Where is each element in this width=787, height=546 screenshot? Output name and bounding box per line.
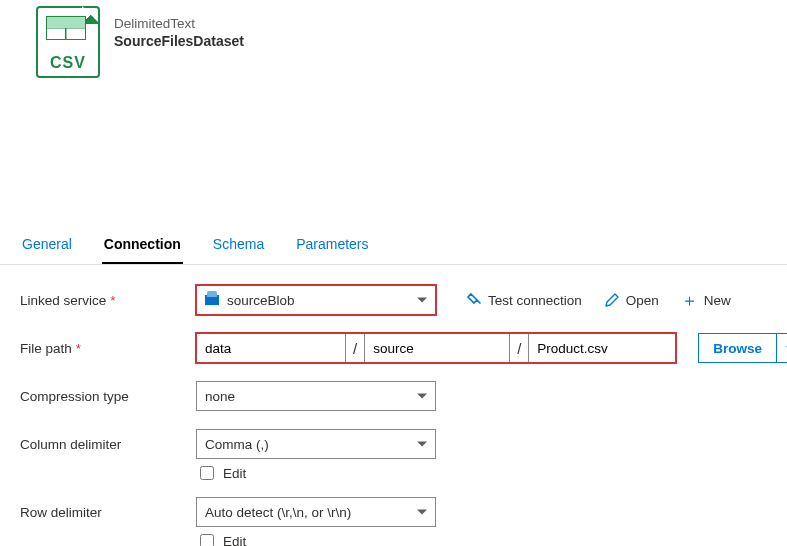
csv-badge-text: CSV (38, 54, 98, 72)
csv-file-icon: CSV (36, 6, 100, 78)
file-path-container-input[interactable] (196, 333, 346, 363)
compression-type-label: Compression type (20, 389, 196, 404)
edit-label: Edit (223, 466, 246, 481)
chevron-down-icon (417, 298, 427, 303)
column-delimiter-label: Column delimiter (20, 437, 196, 452)
pencil-icon (604, 292, 620, 308)
file-path-file-input[interactable] (528, 333, 676, 363)
plus-icon: ＋ (681, 292, 698, 309)
row-delimiter-label: Row delimiter (20, 505, 196, 520)
row-delimiter-edit-checkbox[interactable] (200, 534, 214, 546)
compression-type-value: none (205, 389, 235, 404)
file-path-directory-input[interactable] (364, 333, 510, 363)
tab-parameters[interactable]: Parameters (294, 228, 370, 264)
edit-label: Edit (223, 534, 246, 547)
compression-type-select[interactable]: none (196, 381, 436, 411)
linked-service-select[interactable]: sourceBlob (196, 285, 436, 315)
connection-form: Linked service* sourceBlob Test connecti… (0, 265, 787, 546)
path-separator: / (510, 340, 528, 357)
path-separator: / (346, 340, 364, 357)
dataset-name: SourceFilesDataset (114, 33, 244, 49)
dataset-type-label: DelimitedText (114, 16, 244, 31)
linked-service-value: sourceBlob (227, 293, 295, 308)
blob-storage-icon (205, 295, 219, 305)
tab-bar: General Connection Schema Parameters (0, 228, 787, 265)
tab-connection[interactable]: Connection (102, 228, 183, 264)
linked-service-label: Linked service* (20, 293, 196, 308)
chevron-down-icon (417, 442, 427, 447)
open-button[interactable]: Open (604, 292, 659, 308)
row-delimiter-select[interactable]: Auto detect (\r,\n, or \r\n) (196, 497, 436, 527)
file-path-label: File path* (20, 341, 196, 356)
plug-icon (466, 292, 482, 308)
tab-general[interactable]: General (20, 228, 74, 264)
browse-dropdown-button[interactable] (777, 333, 787, 363)
column-delimiter-edit-checkbox[interactable] (200, 466, 214, 480)
dataset-header: CSV DelimitedText SourceFilesDataset (0, 0, 787, 78)
column-delimiter-value: Comma (,) (205, 437, 269, 452)
chevron-down-icon (417, 510, 427, 515)
test-connection-button[interactable]: Test connection (466, 292, 582, 308)
row-delimiter-value: Auto detect (\r,\n, or \r\n) (205, 505, 351, 520)
tab-schema[interactable]: Schema (211, 228, 266, 264)
new-button[interactable]: ＋ New (681, 292, 731, 309)
chevron-down-icon (417, 394, 427, 399)
browse-button[interactable]: Browse (698, 333, 777, 363)
column-delimiter-select[interactable]: Comma (,) (196, 429, 436, 459)
